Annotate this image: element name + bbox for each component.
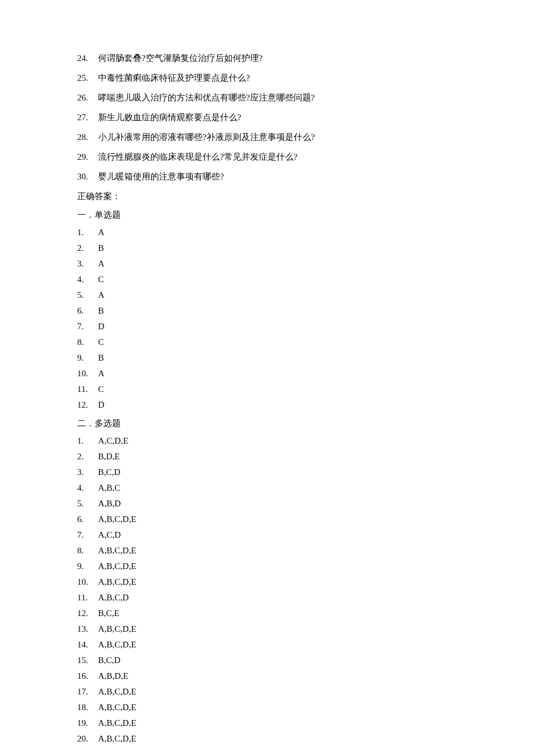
answer-item: 15. B,C,D: [77, 653, 457, 667]
answer-item: 3. A: [77, 257, 457, 271]
answer-value: A,C,D,E: [98, 434, 457, 448]
answer-item: 1. A,C,D,E: [77, 434, 457, 448]
answer-value: C: [98, 272, 457, 286]
answer-number: 5.: [77, 288, 98, 302]
answer-number: 10.: [77, 366, 98, 380]
question-number: 25.: [77, 71, 98, 85]
answer-number: 2.: [77, 241, 98, 255]
answer-item: 7. A,C,D: [77, 528, 457, 542]
answer-number: 20.: [77, 732, 98, 746]
answer-item: 10. A,B,C,D,E: [77, 575, 457, 589]
answer-value: A,B,C: [98, 481, 457, 495]
answer-number: 4.: [77, 481, 98, 495]
question-item: 27. 新生儿败血症的病情观察要点是什么?: [77, 110, 457, 124]
answer-value: A,B,C,D,E: [98, 716, 457, 730]
answer-number: 16.: [77, 669, 98, 683]
answer-key-label: 正确答案：: [77, 189, 457, 203]
question-number: 24.: [77, 51, 98, 65]
answer-value: B,C,D: [98, 465, 457, 479]
answer-value: D: [98, 319, 457, 333]
answer-value: B,D,E: [98, 449, 457, 463]
answer-item: 7. D: [77, 319, 457, 333]
answer-number: 9.: [77, 351, 98, 365]
question-item: 25. 中毒性菌痢临床特征及护理要点是什么?: [77, 71, 457, 85]
answer-value: B,C,D: [98, 653, 457, 667]
question-number: 29.: [77, 150, 98, 164]
answer-item: 19. A,B,C,D,E: [77, 716, 457, 730]
answer-value: A,B,C,D,E: [98, 543, 457, 557]
answer-item: 9. B: [77, 351, 457, 365]
answer-value: A,B,C,D,E: [98, 685, 457, 699]
answer-item: 12. D: [77, 398, 457, 412]
answer-item: 16. A,B,D,E: [77, 669, 457, 683]
answer-item: 11. A,B,C,D: [77, 591, 457, 604]
answer-item: 4. A,B,C: [77, 481, 457, 495]
answer-value: A,B,C,D,E: [98, 512, 457, 526]
answer-item: 6. B: [77, 304, 457, 318]
question-item: 29. 流行性腮腺炎的临床表现是什么?常见并发症是什么?: [77, 150, 457, 164]
question-number: 30.: [77, 170, 98, 183]
question-item: 24. 何谓肠套叠?空气灌肠复位治疗后如何护理?: [77, 51, 457, 65]
answer-number: 7.: [77, 528, 98, 542]
answer-number: 17.: [77, 685, 98, 699]
answer-number: 7.: [77, 319, 98, 333]
question-text: 新生儿败血症的病情观察要点是什么?: [98, 110, 457, 124]
answer-item: 5. A: [77, 288, 457, 302]
answer-item: 13. A,B,C,D,E: [77, 622, 457, 636]
answer-item: 2. B,D,E: [77, 449, 457, 463]
answer-value: A,B,C,D,E: [98, 732, 457, 746]
answer-item: 9. A,B,C,D,E: [77, 559, 457, 573]
answer-number: 1.: [77, 434, 98, 448]
answer-number: 10.: [77, 575, 98, 589]
question-text: 何谓肠套叠?空气灌肠复位治疗后如何护理?: [98, 51, 457, 65]
answer-item: 8. A,B,C,D,E: [77, 543, 457, 557]
answer-item: 8. C: [77, 335, 457, 349]
answer-value: B: [98, 241, 457, 255]
answer-item: 6. A,B,C,D,E: [77, 512, 457, 526]
section-heading-single: 一．单选题: [77, 208, 457, 222]
answer-item: 14. A,B,C,D,E: [77, 638, 457, 651]
answer-number: 3.: [77, 257, 98, 271]
answer-item: 12. B,C,E: [77, 606, 457, 620]
answer-item: 20. A,B,C,D,E: [77, 732, 457, 746]
answer-value: B: [98, 304, 457, 318]
answer-item: 18. A,B,C,D,E: [77, 700, 457, 714]
answer-value: A,C,D: [98, 528, 457, 542]
answer-number: 12.: [77, 606, 98, 620]
question-number: 28.: [77, 130, 98, 144]
answer-item: 17. A,B,C,D,E: [77, 685, 457, 699]
answer-number: 4.: [77, 272, 98, 286]
answer-value: A: [98, 288, 457, 302]
answer-value: A,B,C,D,E: [98, 559, 457, 573]
answer-number: 19.: [77, 716, 98, 730]
answer-value: A,B,D,E: [98, 669, 457, 683]
answer-number: 9.: [77, 559, 98, 573]
question-number: 26.: [77, 91, 98, 105]
answer-number: 2.: [77, 449, 98, 463]
answer-item: 4. C: [77, 272, 457, 286]
section-heading-multi: 二．多选题: [77, 416, 457, 430]
question-text: 婴儿暖箱使用的注意事项有哪些?: [98, 170, 457, 183]
answer-number: 13.: [77, 622, 98, 636]
answer-number: 5.: [77, 496, 98, 510]
multi-choice-answers: 1. A,C,D,E 2. B,D,E 3. B,C,D 4. A,B,C 5.…: [77, 434, 457, 746]
answer-value: C: [98, 335, 457, 349]
answer-value: A,B,C,D,E: [98, 575, 457, 589]
answer-number: 12.: [77, 398, 98, 412]
answer-number: 11.: [77, 591, 98, 604]
answer-value: A,B,C,D: [98, 591, 457, 604]
answer-item: 3. B,C,D: [77, 465, 457, 479]
answer-number: 8.: [77, 543, 98, 557]
answer-number: 11.: [77, 382, 98, 396]
answer-value: B,C,E: [98, 606, 457, 620]
answer-item: 5. A,B,D: [77, 496, 457, 510]
question-item: 26. 哮喘患儿吸入治疗的方法和优点有哪些?应注意哪些问题?: [77, 91, 457, 105]
question-text: 中毒性菌痢临床特征及护理要点是什么?: [98, 71, 457, 85]
answer-value: A: [98, 366, 457, 380]
question-text: 哮喘患儿吸入治疗的方法和优点有哪些?应注意哪些问题?: [98, 91, 457, 105]
question-number: 27.: [77, 110, 98, 124]
answer-value: A,B,D: [98, 496, 457, 510]
answer-number: 18.: [77, 700, 98, 714]
question-item: 28. 小儿补液常用的溶液有哪些?补液原则及注意事项是什么?: [77, 130, 457, 144]
answer-value: A: [98, 257, 457, 271]
